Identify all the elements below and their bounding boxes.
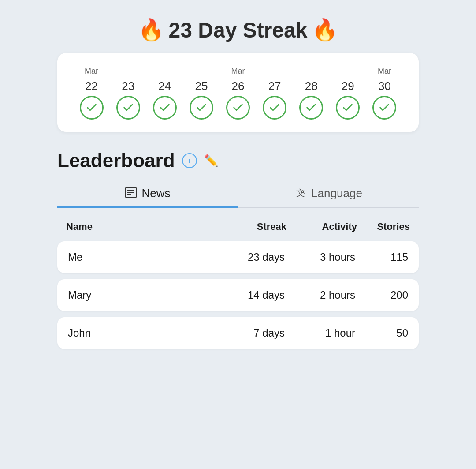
calendar-day-29: 29 [330, 65, 366, 120]
tab-language[interactable]: 文 A Language [238, 180, 419, 208]
cal-day-number: 30 [378, 79, 391, 93]
streak-title: 23 Day Streak [169, 18, 308, 42]
edit-icon[interactable]: ✏️ [204, 154, 218, 168]
cell-stories: 200 [355, 289, 408, 301]
flame-right-icon: 🔥 [312, 18, 338, 42]
calendar-day-24: 24 [146, 65, 183, 120]
leaderboard-section: Leaderboard i ✏️ News 文 A Language NameS… [57, 150, 419, 355]
cal-day-number: 29 [342, 79, 354, 93]
cal-check-icon [299, 96, 323, 120]
cal-day-number: 26 [232, 79, 245, 93]
cell-activity: 1 hour [285, 327, 355, 339]
cell-streak: 23 days [214, 251, 285, 263]
calendar-day-26: Mar26 [219, 65, 256, 120]
cell-stories: 115 [355, 251, 408, 263]
table-row: Mary14 days2 hours200 [57, 279, 419, 311]
cal-day-number: 28 [305, 79, 318, 93]
calendar-day-25: 25 [183, 65, 219, 120]
cal-check-icon [153, 96, 177, 120]
table-rows: Me23 days3 hours115Mary14 days2 hours200… [57, 241, 419, 349]
cell-streak: 14 days [214, 289, 285, 301]
flame-left-icon: 🔥 [138, 18, 164, 42]
svg-text:A: A [301, 188, 305, 195]
calendar-day-22: Mar22 [73, 65, 110, 120]
cal-month-label: Mar [85, 65, 98, 77]
calendar-day-28: 28 [293, 65, 330, 120]
streak-header: 🔥 23 Day Streak 🔥 [138, 18, 338, 42]
news-tab-label: News [141, 187, 170, 200]
cell-activity: 3 hours [285, 251, 355, 263]
cal-day-number: 27 [268, 79, 281, 93]
cal-check-icon [372, 96, 396, 120]
table-header: NameStreakActivityStories [57, 217, 419, 237]
tab-news[interactable]: News [57, 180, 238, 208]
leaderboard-title-row: Leaderboard i ✏️ [57, 150, 419, 172]
tabs: News 文 A Language [57, 180, 419, 208]
svg-rect-4 [125, 189, 126, 195]
cell-name: Mary [68, 289, 214, 301]
cal-check-icon [336, 96, 360, 120]
cal-day-number: 24 [158, 79, 171, 93]
header-name: Name [66, 221, 216, 233]
cell-activity: 2 hours [285, 289, 355, 301]
calendar-day-23: 23 [110, 65, 146, 120]
cal-day-number: 22 [85, 79, 98, 93]
table-row: John7 days1 hour50 [57, 317, 419, 349]
info-icon[interactable]: i [182, 153, 197, 168]
cell-name: John [68, 327, 214, 339]
calendar-card: Mar22232425Mar26272829Mar30 [57, 53, 419, 132]
cell-name: Me [68, 251, 214, 263]
header-stories: Stories [357, 221, 410, 233]
cal-check-icon [116, 96, 140, 120]
cal-day-number: 23 [122, 79, 134, 93]
leaderboard-title: Leaderboard [57, 150, 175, 172]
cal-check-icon [263, 96, 286, 120]
language-tab-label: Language [311, 187, 362, 200]
calendar-grid: Mar22232425Mar26272829Mar30 [73, 65, 403, 120]
header-activity: Activity [286, 221, 357, 233]
language-tab-icon: 文 A [294, 187, 307, 200]
cell-stories: 50 [355, 327, 408, 339]
table-row: Me23 days3 hours115 [57, 241, 419, 273]
cal-day-number: 25 [195, 79, 208, 93]
calendar-day-27: 27 [257, 65, 293, 120]
header-streak: Streak [216, 221, 286, 233]
news-tab-icon [125, 187, 137, 200]
cal-check-icon [226, 96, 250, 120]
cell-streak: 7 days [214, 327, 285, 339]
cal-month-label: Mar [231, 65, 245, 77]
cal-check-icon [190, 96, 213, 120]
calendar-day-30: Mar30 [366, 65, 403, 120]
cal-month-label: Mar [378, 65, 391, 77]
cal-check-icon [80, 96, 104, 120]
